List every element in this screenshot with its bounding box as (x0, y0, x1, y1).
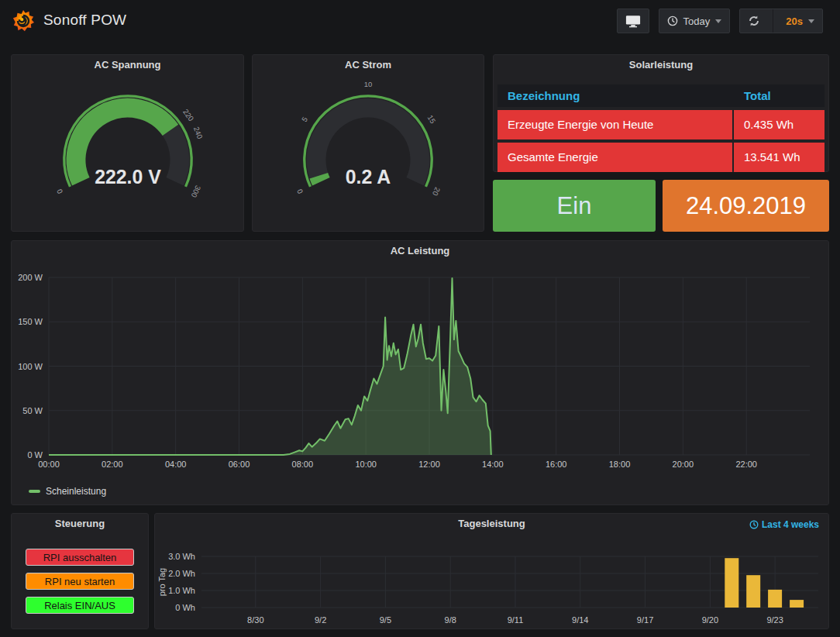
relay-toggle-button[interactable]: Relais EIN/AUS (26, 597, 134, 614)
rpi-shutdown-button[interactable]: RPI ausschalten (26, 549, 134, 566)
solar-table: Bezeichnung Total Erzeugte Energie von H… (497, 84, 825, 172)
grafana-logo-icon[interactable] (12, 9, 35, 33)
clock-icon (749, 520, 759, 529)
bar (790, 600, 804, 608)
gauge-tick-label: 240 (191, 126, 204, 140)
gauge-tick-label: 20 (431, 186, 442, 197)
x-tick-label: 06:00 (229, 460, 250, 469)
x-tick-label: 9/2 (315, 615, 326, 625)
panel-title[interactable]: AC Spannung (12, 55, 243, 75)
x-tick-label: 9/8 (445, 615, 456, 625)
y-tick-label: 200 W (18, 273, 43, 282)
y-tick-label: 2.0 Wh (168, 569, 195, 578)
x-tick-label: 10:00 (355, 460, 377, 469)
panel-title[interactable]: AC Leistung (12, 241, 828, 261)
gauge-tick-label: 0 (295, 188, 305, 195)
refresh-control: 20s (739, 9, 823, 33)
chevron-down-icon (808, 19, 814, 23)
gauge-value-arc (318, 176, 321, 182)
header-bar: Sonoff POW Today (0, 0, 840, 43)
legend-label: Scheinleistung (46, 486, 106, 497)
table-header-row: Bezeichnung Total (497, 84, 825, 107)
panel-title[interactable]: Solarleistung (494, 55, 828, 75)
x-tick-label: 9/17 (637, 615, 653, 625)
y-tick-label: 0 W (27, 450, 43, 460)
x-tick-label: 9/11 (508, 615, 524, 625)
series-area (49, 278, 491, 455)
table-row: Erzeugte Energie von Heute 0.435 Wh (497, 110, 825, 139)
refresh-interval-label: 20s (786, 15, 803, 27)
panel-steuerung: Steuerung RPI ausschalten RPI neu starte… (11, 513, 149, 629)
chevron-down-icon (715, 19, 721, 23)
panel-ac-spannung: AC Spannung 0220240300222.0 V (11, 54, 244, 232)
panel-title[interactable]: Tagesleistung (155, 514, 828, 534)
bar (746, 575, 760, 608)
x-tick-label: 9/5 (380, 615, 391, 625)
legend-color-dash (29, 490, 40, 493)
time-range-picker[interactable]: Today (659, 9, 731, 33)
gauge-tick-label: 15 (426, 113, 438, 125)
y-tick-label: 50 W (22, 406, 43, 415)
y-tick-label: 0 Wh (175, 603, 195, 612)
daily-bar-chart: 0 Wh1.0 Wh2.0 Wh3.0 Wh8/309/29/59/89/119… (155, 535, 828, 628)
x-tick-label: 9/23 (766, 615, 783, 625)
gauge-tick-label: 5 (300, 115, 309, 123)
panel-ac-leistung: AC Leistung 00:0002:0004:0006:0008:0010:… (11, 240, 829, 505)
time-range-label: Today (683, 15, 711, 27)
monitor-icon (625, 15, 641, 28)
column-header-total[interactable]: Total (734, 84, 825, 107)
x-tick-label: 02:00 (102, 460, 123, 469)
table-row: Gesamte Energie 13.541 Wh (497, 143, 825, 172)
gauge-tick-label: 220 (181, 108, 195, 122)
gauge-tick-label: 300 (189, 184, 202, 199)
voltage-gauge: 0220240300222.0 V (15, 77, 240, 229)
x-tick-label: 9/14 (572, 615, 588, 625)
y-tick-label: 3.0 Wh (168, 552, 195, 561)
bar (725, 558, 738, 608)
rpi-restart-button[interactable]: RPI neu starten (26, 573, 134, 590)
time-range-link[interactable]: Last 4 weeks (749, 519, 819, 530)
panel-title[interactable]: AC Strom (253, 55, 484, 75)
gauge-tick-label: 10 (364, 80, 373, 88)
panel-ac-strom: AC Strom 051015200.2 A (252, 54, 484, 232)
power-time-series: 00:0002:0004:0006:0008:0010:0012:0014:00… (12, 261, 828, 477)
date-value: 24.09.2019 (686, 192, 806, 220)
relay-state-value: Ein (557, 192, 592, 220)
x-tick-label: 8/30 (247, 615, 263, 625)
panel-title[interactable]: Steuerung (12, 514, 148, 534)
cell-value: 0.435 Wh (734, 110, 825, 139)
x-tick-label: 22:00 (735, 460, 757, 469)
time-range-link-label: Last 4 weeks (762, 519, 819, 530)
current-gauge: 051015200.2 A (256, 77, 480, 229)
x-tick-label: 14:00 (482, 460, 504, 469)
x-tick-label: 9/20 (702, 615, 718, 625)
refresh-button[interactable] (748, 15, 760, 27)
dashboard-title[interactable]: Sonoff POW (43, 12, 126, 29)
tv-mode-button[interactable] (617, 9, 649, 33)
x-tick-label: 08:00 (292, 460, 314, 469)
button-divider (773, 9, 773, 33)
steuerung-buttons: RPI ausschalten RPI neu starten Relais E… (12, 534, 148, 614)
y-tick-label: 100 W (18, 362, 43, 371)
cell-label: Erzeugte Energie von Heute (497, 110, 732, 139)
y-tick-label: 1.0 Wh (168, 586, 195, 595)
legend-item-scheinleistung[interactable]: Scheinleistung (29, 486, 106, 497)
panel-tagesleistung: Tagesleistung Last 4 weeks 0 Wh1.0 Wh2.0… (154, 513, 829, 629)
refresh-icon (748, 15, 760, 27)
y-tick-label: 150 W (18, 317, 43, 326)
y-axis-label: pro Tag (157, 568, 167, 597)
x-tick-label: 04:00 (165, 460, 187, 469)
cell-label: Gesamte Energie (497, 143, 732, 172)
panel-solarleistung: Solarleistung Bezeichnung Total Erzeugte… (493, 54, 829, 172)
dashboard: Sonoff POW Today (0, 0, 840, 637)
relay-state-stat: Ein (493, 180, 656, 232)
clock-icon (667, 15, 678, 26)
gauge-tick-label: 0 (54, 188, 64, 195)
date-stat: 24.09.2019 (663, 180, 829, 232)
refresh-interval-dropdown[interactable]: 20s (786, 15, 814, 27)
gauge-value: 0.2 A (346, 167, 391, 188)
x-tick-label: 20:00 (673, 460, 694, 469)
header-controls: Today 20s (617, 9, 823, 33)
column-header-bezeichnung[interactable]: Bezeichnung (497, 84, 734, 107)
bar (768, 590, 782, 608)
